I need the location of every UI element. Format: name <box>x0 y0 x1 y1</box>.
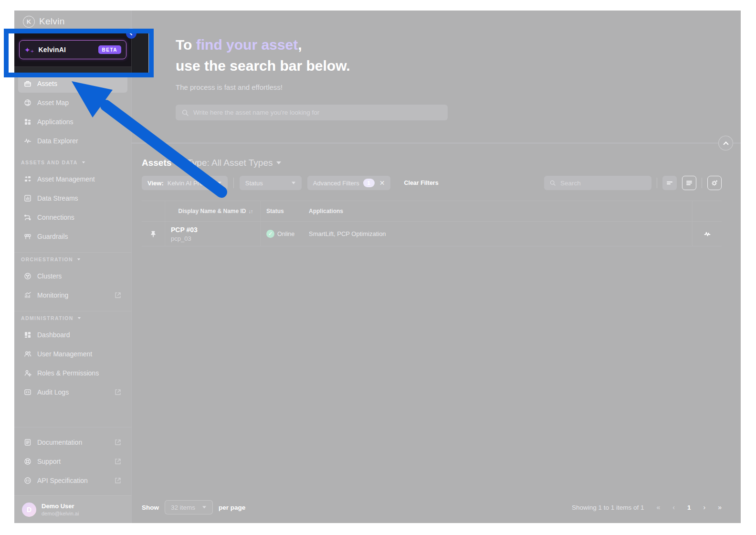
sidebar-item-label: Documentation <box>37 439 82 446</box>
sidebar-item-applications[interactable]: Applications <box>18 113 127 131</box>
prompt-heading-line2: use the search bar below. <box>176 55 741 76</box>
prev-page-button[interactable]: ‹ <box>672 503 675 511</box>
per-page-label: per page <box>219 504 245 511</box>
globe-icon <box>24 99 32 107</box>
chevron-down-icon <box>82 161 85 163</box>
prompt-heading-line1: To find your asset, <box>176 34 741 55</box>
chevron-down-icon <box>276 161 281 164</box>
kelvinai-button[interactable]: ✦₊ KelvinAI BETA <box>19 40 126 59</box>
sidebar-item-documentation[interactable]: Documentation <box>18 433 127 451</box>
sidebar-collapse-button[interactable] <box>126 28 136 39</box>
sparkle-icon: ✦₊ <box>24 46 34 54</box>
status-select[interactable]: Status <box>240 176 302 190</box>
pagination: Showing 1 to 1 items of 1 « ‹ 1 › » <box>572 503 722 511</box>
divider <box>702 178 702 188</box>
sidebar-item-dashboard[interactable]: Dashboard <box>18 326 127 344</box>
sidebar-item-connections[interactable]: Connections <box>18 208 127 226</box>
asset-name-id: pcp_03 <box>171 235 260 242</box>
next-page-button[interactable]: › <box>704 503 706 511</box>
collapse-prompt-button[interactable] <box>718 136 733 150</box>
clusters-icon <box>24 272 32 280</box>
app-window: K Kelvin ✦₊ KelvinAI BETA Assets Asset M… <box>14 11 741 523</box>
pagination-summary: Showing 1 to 1 items of 1 <box>572 504 644 511</box>
section-title-label: ADMINISTRATION <box>21 315 74 321</box>
asset-type-filter-label: Type: All Asset Types <box>187 158 273 168</box>
pin-cell[interactable] <box>142 230 165 238</box>
prompt-panel-divider <box>132 143 741 143</box>
view-select[interactable]: View: Kelvin AI Prompt <box>142 176 228 190</box>
last-page-button[interactable]: » <box>718 503 722 511</box>
user-menu[interactable]: D Demo User demo@kelvin.ai <box>14 495 131 523</box>
filter-count-badge: 1 <box>363 179 375 187</box>
sidebar-item-assets[interactable]: Assets <box>18 75 127 93</box>
kelvin-logo-icon: K <box>23 16 35 28</box>
section-title-label: ORCHESTRATION <box>21 257 73 262</box>
sidebar-item-label: Applications <box>37 118 74 126</box>
sidebar-item-monitoring[interactable]: Monitoring <box>18 286 127 304</box>
group-assets-and-data: Asset Management Data Streams Connection… <box>14 169 131 246</box>
sidebar-nav: Assets Asset Map Applications Data Explo… <box>14 67 131 151</box>
sidebar: K Kelvin ✦₊ KelvinAI BETA Assets Asset M… <box>14 11 132 523</box>
applications-column-header: Applications <box>303 201 692 221</box>
name-column-header[interactable]: Display Name & Name ID↓↑ <box>165 201 260 221</box>
sidebar-item-data-explorer[interactable]: Data Explorer <box>18 132 127 150</box>
sidebar-footer-links: Documentation Support API Specification <box>14 427 131 495</box>
audit-logs-icon <box>24 388 32 396</box>
advanced-filters-label: Advanced Filters <box>313 180 359 187</box>
advanced-filters-chip[interactable]: Advanced Filters 1 ✕ <box>307 176 391 190</box>
asset-search-bar[interactable]: Write here the asset name you're looking… <box>176 105 448 120</box>
search-icon <box>549 180 556 186</box>
actions-cell[interactable] <box>692 222 722 246</box>
sidebar-item-audit-logs[interactable]: Audit Logs <box>18 383 127 401</box>
sidebar-item-guardrails[interactable]: Guardrails <box>18 227 127 246</box>
asset-search-placeholder: Write here the asset name you're looking… <box>193 109 319 116</box>
assets-table: Display Name & Name ID↓↑ Status Applicat… <box>142 201 722 246</box>
data-explorer-action-icon <box>704 230 711 238</box>
section-assets-and-data[interactable]: ASSETS AND DATA <box>14 151 131 169</box>
grid-icon <box>24 118 32 126</box>
section-administration[interactable]: ADMINISTRATION <box>14 311 131 325</box>
waveform-icon <box>24 137 32 145</box>
sidebar-item-user-management[interactable]: User Management <box>18 345 127 363</box>
sidebar-item-asset-management[interactable]: Asset Management <box>18 170 127 188</box>
group-administration: Dashboard User Management Roles & Permis… <box>14 325 131 402</box>
remove-filter-icon[interactable]: ✕ <box>379 179 385 187</box>
brand-name: Kelvin <box>39 16 65 27</box>
sidebar-item-asset-map[interactable]: Asset Map <box>18 94 127 112</box>
chevron-left-icon <box>130 32 134 35</box>
current-page[interactable]: 1 <box>687 504 691 511</box>
sidebar-item-api-specification[interactable]: API Specification <box>18 471 127 490</box>
applications-cell: SmartLift, PCP Optimization <box>303 222 692 246</box>
list-view-toggle[interactable] <box>682 176 696 190</box>
view-label: View: <box>147 180 164 187</box>
chevron-down-icon <box>292 182 295 184</box>
table-header: Display Name & Name ID↓↑ Status Applicat… <box>142 201 722 222</box>
sidebar-item-roles-permissions[interactable]: Roles & Permissions <box>18 364 127 382</box>
page-size-select[interactable]: 32 items <box>165 500 213 514</box>
sidebar-item-label: Clusters <box>37 272 62 280</box>
asset-management-icon <box>24 175 32 183</box>
monitoring-icon <box>24 291 32 299</box>
asset-type-filter[interactable]: Type: All Asset Types <box>187 158 281 168</box>
sidebar-item-clusters[interactable]: Clusters <box>18 267 127 285</box>
sidebar-item-data-streams[interactable]: Data Streams <box>18 189 127 207</box>
sidebar-item-label: User Management <box>37 350 92 358</box>
filter-toolbar: View: Kelvin AI Prompt Status Advanced F… <box>132 168 741 190</box>
table-row[interactable]: PCP #03 pcp_03 ✓ Online SmartLift, PCP O… <box>142 222 722 246</box>
chevron-down-icon <box>202 506 206 509</box>
clear-filters-button[interactable]: Clear Filters <box>404 180 438 186</box>
compact-view-toggle[interactable] <box>662 176 677 190</box>
sidebar-item-support[interactable]: Support <box>18 452 127 471</box>
list-rows-icon <box>685 179 693 187</box>
data-streams-icon <box>24 194 32 202</box>
asset-name-cell[interactable]: PCP #03 pcp_03 <box>165 222 260 246</box>
table-search-input[interactable]: Search <box>544 176 651 190</box>
section-orchestration[interactable]: ORCHESTRATION <box>14 253 131 266</box>
sort-icon[interactable]: ↓↑ <box>249 208 253 214</box>
external-link-icon <box>114 477 122 484</box>
external-link-icon <box>114 388 122 396</box>
first-page-button[interactable]: « <box>657 503 661 511</box>
kelvinai-panel: ✦₊ KelvinAI BETA <box>14 32 131 67</box>
sidebar-item-label: Data Explorer <box>37 137 78 145</box>
table-settings-button[interactable] <box>707 176 722 190</box>
